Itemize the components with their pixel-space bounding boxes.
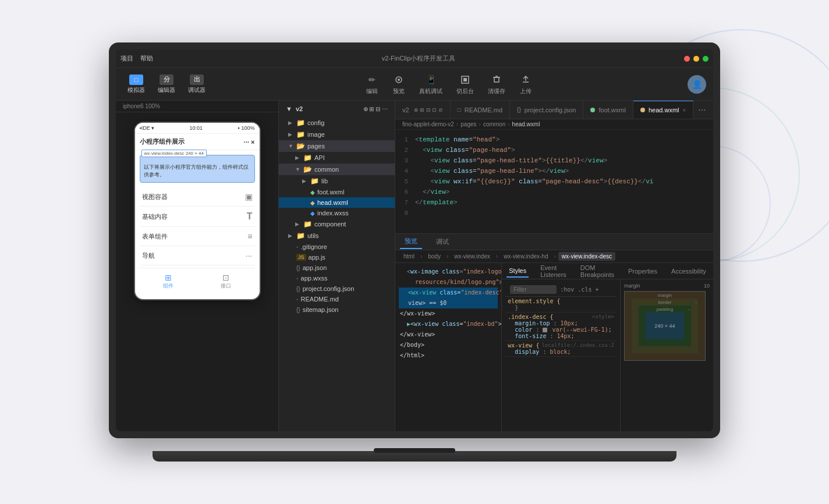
tabs-more[interactable]: ··· (693, 101, 710, 119)
tab-head-wxml[interactable]: head.wxml × (633, 101, 693, 119)
file-sitemap[interactable]: {} sitemap.json (279, 304, 395, 315)
box-model-label: margin (624, 283, 640, 289)
clear-cache-action[interactable]: 清缓存 (488, 73, 505, 95)
maximize-button[interactable] (703, 56, 708, 62)
tab-readme[interactable]: □ README.md (451, 101, 510, 119)
devtools-bc-body[interactable]: body (424, 252, 444, 261)
folder-image[interactable]: ▶ 📁 image (279, 129, 395, 140)
highlight-label: wx-view.index-desc 240 × 44 (141, 150, 207, 157)
devtools-header: 预览 调试 (395, 234, 713, 250)
tab-project-config[interactable]: {} project.config.json (510, 101, 583, 119)
file-app-js[interactable]: JS app.js (279, 252, 395, 262)
devtools-tab-debug[interactable]: 调试 (431, 235, 454, 249)
spacer-readme (288, 296, 294, 302)
breadcrumb-2: common (483, 121, 505, 127)
file-gitignore[interactable]: ◦ .gitignore (279, 242, 395, 252)
battery-label: 100% (241, 125, 254, 131)
file-foot-wxml[interactable]: ◆ foot.wxml (279, 187, 395, 197)
filter-input[interactable] (510, 285, 557, 294)
editor-button[interactable]: 分 编辑器 (153, 72, 180, 97)
html-line-6: ▶<wx-view class="index-bd">_</wx-view> (399, 319, 498, 329)
upload-action[interactable]: 上传 (519, 73, 532, 95)
styles-tab-events[interactable]: Event Listeners (538, 263, 569, 281)
file-project-config[interactable]: {} project.config.json (279, 283, 395, 294)
html-line-9: </html> (399, 350, 498, 361)
menu-item-project[interactable]: 项目 (121, 54, 133, 63)
box-model-diagram: margin border - padding (624, 291, 706, 361)
simulator-button[interactable]: □ 模拟器 (123, 72, 150, 97)
styles-tab-styles[interactable]: Styles (506, 265, 529, 278)
upload-label: 上传 (520, 87, 532, 95)
code-editor[interactable]: 1 <template name="head"> 2 <view class="… (395, 130, 713, 233)
bc-sep-3: › (554, 253, 555, 260)
file-index-wxss[interactable]: ◆ index.wxss (279, 208, 395, 218)
folder-icon-image: 📁 (296, 130, 305, 139)
section-view-container[interactable]: 视图容器 ▣ (140, 187, 255, 207)
spacer-appjs (288, 254, 294, 260)
arrow-common: ▼ (295, 166, 301, 172)
folder-common[interactable]: ▼ 📂 common (279, 164, 395, 175)
edit-action[interactable]: ✏ 编辑 (366, 73, 378, 95)
devtools-tab-preview[interactable]: 预览 (400, 235, 422, 249)
folder-pages[interactable]: ▼ 📂 pages (279, 140, 395, 152)
device-debug-action[interactable]: 📱 真机调试 (419, 73, 442, 95)
status-time: 10:01 (189, 125, 203, 131)
more-icon[interactable]: ··· × (244, 139, 255, 145)
file-app-json[interactable]: {} app.json (279, 262, 395, 273)
styles-tab-dom[interactable]: DOM Breakpoints (578, 263, 617, 281)
main-content: iphone6 100% ▪IDE ▾ 10:01 ▪ 100% (116, 101, 713, 431)
close-button[interactable] (684, 56, 690, 62)
devtools-bc-index[interactable]: wx-view.index (451, 252, 494, 261)
nav-api-label: 接口 (221, 283, 231, 289)
folder-api[interactable]: ▶ 📁 API (279, 152, 395, 164)
code-line-3: 3 <view class="page-head-title">{{title}… (395, 155, 713, 166)
file-head-wxml[interactable]: ◆ head.wxml (279, 197, 395, 208)
folder-utils[interactable]: ▶ 📁 utils (279, 230, 395, 242)
file-icon-appwxss: ◦ (296, 275, 299, 282)
file-icon-index: ◆ (310, 210, 315, 216)
style-rule-header-2: wx-view { localfile:/.index.css:2 (508, 342, 614, 349)
html-line-3[interactable]: <wx-view class="index-desc">以下将展示小程序官方组件… (399, 288, 498, 298)
minimize-button[interactable] (693, 56, 699, 62)
code-line-2: 2 <view class="page-head"> (395, 145, 713, 155)
devtools-bc-html[interactable]: html (400, 252, 418, 261)
section-form[interactable]: 表单组件 ≡ (140, 227, 255, 246)
nav-api[interactable]: ⊡ 接口 (197, 268, 255, 294)
styles-tab-access[interactable]: Accessibility (669, 265, 708, 277)
menu-item-help[interactable]: 帮助 (140, 54, 153, 63)
devtools-bc-desc[interactable]: wx-view.index-desc (558, 252, 615, 261)
html-inspector[interactable]: <wx-image class="index-logo" src="../res… (395, 263, 502, 431)
folder-config[interactable]: ▶ 📁 config (279, 117, 395, 129)
box-model-margin-val: 10 (704, 283, 710, 289)
avatar[interactable]: 👤 (688, 75, 706, 94)
devtools-bc-hd[interactable]: wx-view.index-hd (500, 252, 551, 261)
section-basic-content[interactable]: 基础内容 T (140, 207, 255, 227)
file-app-wxss[interactable]: ◦ app.wxss (279, 273, 395, 283)
edit-icon: ✏ (366, 73, 378, 86)
clear-cache-label: 清缓存 (488, 87, 505, 95)
laptop-notch (374, 448, 455, 453)
background-action[interactable]: 切后台 (456, 73, 474, 95)
arrow-utils: ▶ (288, 233, 294, 239)
code-line-4: 4 <view class="page-head-line"></view> (395, 166, 713, 176)
section-nav[interactable]: 导航 ··· (140, 246, 255, 265)
tab-foot-wxml[interactable]: foot.wxml (583, 101, 633, 119)
tab-close-head[interactable]: × (683, 107, 686, 113)
html-line-4: view> == $0 (399, 298, 498, 308)
prop-color: color (515, 326, 532, 333)
sep-2: › (508, 121, 509, 127)
nav-components[interactable]: ⊞ 组件 (140, 268, 197, 294)
style-prop-margin: margin-top : 10px; (515, 320, 614, 326)
style-rule-index-desc: .index-desc { <style> margin-top : (505, 313, 617, 341)
file-tree-panel: ▼ v2 ⊕ ⊞ ⊟ ⋯ ▶ 📁 config ▶ 📁 image (279, 101, 395, 431)
folder-lib[interactable]: ▶ 📁 lib (279, 175, 395, 187)
style-rule-wx-view: wx-view { localfile:/.index.css:2 displa… (505, 341, 617, 357)
bm-content: 240 × 44 (646, 313, 684, 339)
debugger-button[interactable]: 出 调试器 (183, 72, 210, 97)
styles-tab-props[interactable]: Properties (626, 265, 660, 277)
tab-dot-foot (590, 108, 595, 112)
file-readme[interactable]: ◦ README.md (279, 294, 395, 304)
line-num-1: 1 (398, 134, 415, 145)
preview-action[interactable]: 预览 (392, 73, 405, 95)
folder-component[interactable]: ▶ 📁 component (279, 218, 395, 230)
